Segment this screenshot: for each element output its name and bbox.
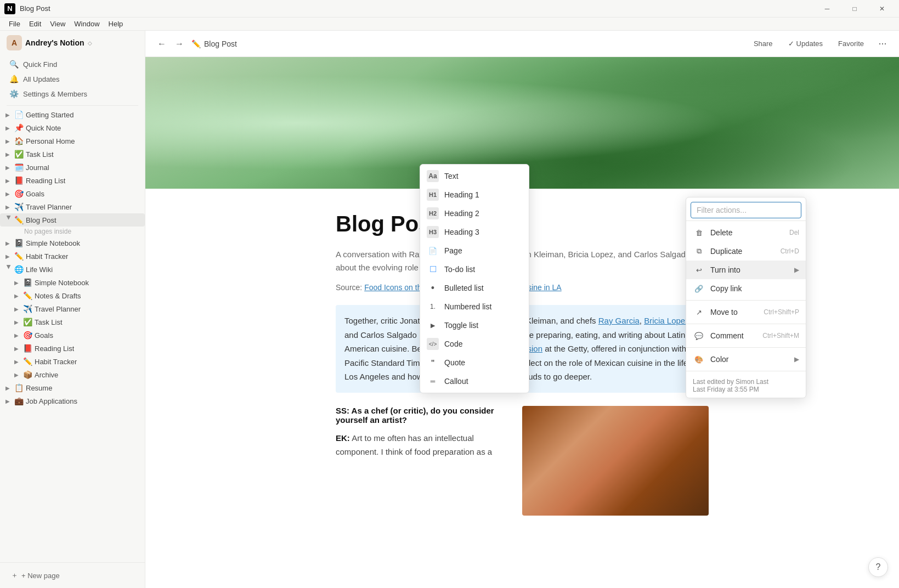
sidebar-item-lw-task[interactable]: ▶ ✅ Task List (0, 315, 145, 329)
sidebar-item-blog-post[interactable]: ▶ ✏️ Blog Post (0, 213, 145, 227)
updates-label: Updates (796, 39, 823, 48)
sidebar-item-lw-archive[interactable]: ▶ 📦 Archive (0, 368, 145, 381)
sidebar-item-habit-tracker[interactable]: ▶ ✏️ Habit Tracker (0, 250, 145, 263)
sidebar-item-life-wiki[interactable]: ▶ 🌐 Life Wiki (0, 263, 145, 276)
nav-buttons: ← → (154, 36, 187, 52)
page-label: Blog Post (26, 216, 56, 224)
menu-item-heading2[interactable]: H2 Heading 2 (420, 204, 529, 223)
menu-item-callout[interactable]: ═ Callout (420, 372, 529, 391)
sidebar-item-lw-habit[interactable]: ▶ ✏️ Habit Tracker (0, 355, 145, 368)
menu-label-numbered: Numbered list (444, 302, 522, 311)
bricia-lopez-link[interactable]: Bricia Lopez (644, 316, 689, 325)
menu-item-page[interactable]: 📄 Page (420, 241, 529, 260)
menu-item-bulleted[interactable]: • Bulleted list (420, 279, 529, 297)
menu-item-heading3[interactable]: H3 Heading 3 (420, 223, 529, 241)
new-page-button[interactable]: ＋ + New page (7, 567, 138, 584)
comment-shortcut: Ctrl+Shift+M (762, 332, 799, 340)
code-icon: </> (427, 338, 439, 350)
all-updates-label: All Updates (23, 75, 59, 83)
article-columns: SS: As a chef (or critic), do you consid… (336, 406, 709, 516)
expand-icon: ▶ (12, 304, 21, 313)
sidebar-item-journal[interactable]: ▶ 🗓️ Journal (0, 161, 145, 174)
settings-action[interactable]: ⚙️ Settings & Members (4, 87, 140, 101)
expand-icon: ▶ (12, 291, 21, 300)
menu-meta: Last edited by Simon Last Last Friday at… (686, 374, 806, 395)
help-button[interactable]: ? (868, 557, 888, 577)
sidebar-item-lw-goals[interactable]: ▶ 🎯 Goals (0, 329, 145, 342)
quick-find-action[interactable]: 🔍 Quick Find (4, 57, 140, 71)
updates-button[interactable]: ✓ Updates (784, 37, 827, 50)
menu-item-copy-link[interactable]: 🔗 Copy link (686, 279, 806, 298)
sidebar: A Andrey's Notion ◇ 🔍 Quick Find 🔔 All U… (0, 31, 145, 588)
share-button[interactable]: Share (749, 37, 777, 50)
sidebar-item-quick-note[interactable]: ▶ 📌 Quick Note (0, 121, 145, 134)
sidebar-item-simple-notebook[interactable]: ▶ 📓 Simple Notebook (0, 236, 145, 250)
menu-label-move-to: Move to (710, 308, 758, 316)
minimize-button[interactable]: ─ (815, 0, 840, 18)
sidebar-item-job-applications[interactable]: ▶ 💼 Job Applications (0, 394, 145, 408)
copy-link-icon: 🔗 (693, 282, 705, 295)
menu-item-move-to[interactable]: ↗ Move to Ctrl+Shift+P (686, 303, 806, 321)
menu-view[interactable]: View (46, 19, 70, 29)
toggle-icon: ▶ (427, 319, 439, 331)
menu-item-text[interactable]: Aa Text (420, 167, 529, 185)
sidebar-divider (7, 105, 138, 106)
turn-into-menu: Aa Text H1 Heading 1 H2 Heading 2 H3 Hea… (420, 164, 529, 393)
more-options-button[interactable]: ··· (875, 36, 890, 52)
forward-button[interactable]: → (172, 36, 187, 52)
menu-item-todo[interactable]: ☐ To-do list (420, 260, 529, 279)
menu-file[interactable]: File (4, 19, 25, 29)
duplicate-shortcut: Ctrl+D (781, 247, 799, 255)
page-label: Task List (35, 318, 63, 326)
filter-actions-input[interactable] (691, 202, 801, 218)
maximize-button[interactable]: □ (842, 0, 867, 18)
move-to-icon: ↗ (693, 306, 705, 318)
menu-divider5 (686, 371, 806, 371)
page-label: Job Applications (26, 397, 77, 405)
sidebar-item-travel-planner[interactable]: ▶ ✈️ Travel Planner (0, 200, 145, 213)
comment-icon: 💬 (693, 330, 705, 342)
menu-item-turn-into[interactable]: ↩ Turn into ▶ (686, 261, 806, 279)
sidebar-item-task-list[interactable]: ▶ ✅ Task List (0, 148, 145, 161)
ray-garcia-link[interactable]: Ray Garcia (598, 316, 640, 325)
page-label: Reading List (35, 344, 74, 353)
all-updates-action[interactable]: 🔔 All Updates (4, 72, 140, 86)
menu-item-quote[interactable]: " Quote (420, 353, 529, 372)
expand-icon: ▶ (3, 265, 12, 274)
sidebar-item-lw-travel[interactable]: ▶ ✈️ Travel Planner (0, 302, 145, 315)
filter-input-container (691, 202, 801, 218)
favorite-button[interactable]: Favorite (834, 37, 868, 50)
menu-label-code: Code (444, 340, 522, 348)
menu-item-code[interactable]: </> Code (420, 335, 529, 353)
sidebar-item-getting-started[interactable]: ▶ 📄 Getting Started (0, 108, 145, 121)
menu-item-heading1[interactable]: H1 Heading 1 (420, 185, 529, 204)
menu-edit[interactable]: Edit (25, 19, 46, 29)
expand-icon: ▶ (3, 123, 12, 132)
menu-window[interactable]: Window (70, 19, 104, 29)
last-edited-label: Last edited by Simon Last (693, 378, 799, 386)
menu-item-delete[interactable]: 🗑 Delete Del (686, 223, 806, 242)
menu-item-duplicate[interactable]: ⧉ Duplicate Ctrl+D (686, 242, 806, 261)
sidebar-item-lw-simple-notebook[interactable]: ▶ 📓 Simple Notebook (0, 276, 145, 289)
expand-icon: ▶ (3, 383, 12, 392)
sidebar-item-personal-home[interactable]: ▶ 🏠 Personal Home (0, 134, 145, 148)
workspace-header[interactable]: A Andrey's Notion ◇ (0, 31, 145, 55)
menu-item-toggle[interactable]: ▶ Toggle list (420, 316, 529, 335)
sidebar-item-resume[interactable]: ▶ 📋 Resume (0, 381, 145, 394)
titlebar: N Blog Post ─ □ ✕ (0, 0, 899, 18)
page-label: Goals (26, 190, 44, 198)
sidebar-item-lw-reading[interactable]: ▶ 📕 Reading List (0, 342, 145, 355)
breadcrumb: ✏️ Blog Post (191, 39, 237, 48)
back-button[interactable]: ← (154, 36, 169, 52)
close-button[interactable]: ✕ (869, 0, 895, 18)
menu-item-numbered[interactable]: 1. Numbered list (420, 297, 529, 316)
check-icon: ✓ (788, 39, 794, 48)
sidebar-item-goals[interactable]: ▶ 🎯 Goals (0, 187, 145, 200)
sidebar-item-lw-notes[interactable]: ▶ ✏️ Notes & Drafts (0, 289, 145, 302)
menu-item-color[interactable]: 🎨 Color ▶ (686, 350, 806, 369)
menu-help[interactable]: Help (104, 19, 128, 29)
menu-item-comment[interactable]: 💬 Comment Ctrl+Shift+M (686, 326, 806, 345)
sidebar-item-reading-list[interactable]: ▶ 📕 Reading List (0, 174, 145, 187)
app-logo: N (4, 3, 15, 14)
callout-icon: ═ (427, 375, 439, 387)
